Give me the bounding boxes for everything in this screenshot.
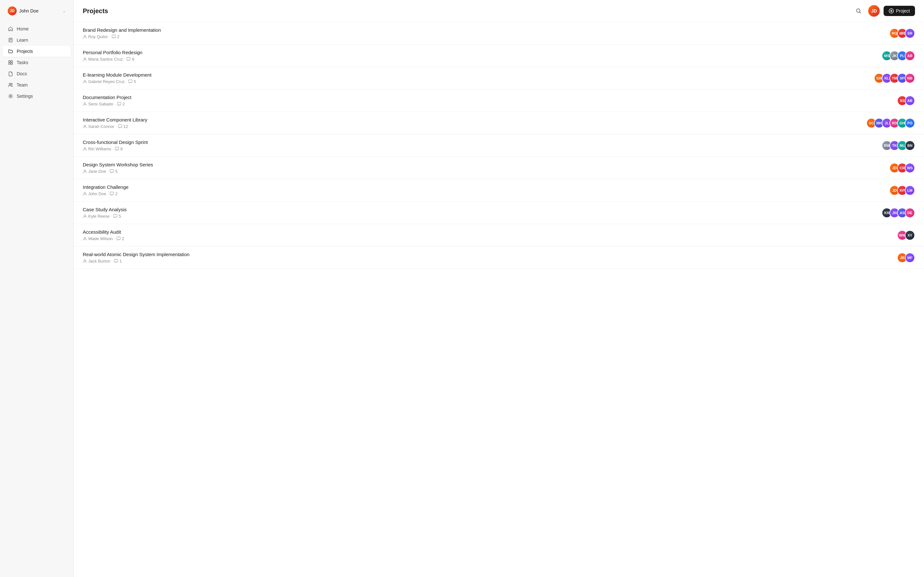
project-row[interactable]: Real-world Atomic Design System Implemen…: [74, 247, 924, 269]
comment-icon: [113, 214, 118, 218]
comment-icon: [115, 147, 119, 151]
svg-point-8: [9, 83, 11, 85]
user-avatar-header[interactable]: JD: [868, 5, 880, 17]
sidebar-item-team[interactable]: Team: [3, 79, 71, 90]
project-row[interactable]: Case Study Analysis Kyle Reese · 5: [74, 201, 924, 224]
svg-point-15: [84, 58, 86, 59]
projects-list: Brand Redesign and Implementation Roy Qu…: [74, 22, 924, 577]
separator: ·: [126, 79, 127, 84]
user-icon: [83, 124, 87, 129]
project-comments: 2: [123, 102, 125, 106]
svg-rect-26: [110, 169, 113, 172]
project-row[interactable]: Cross-functional Design Sprint Riri Will…: [74, 134, 924, 157]
project-row[interactable]: Design System Workshop Series Jane Doe ·…: [74, 157, 924, 179]
separator: ·: [124, 57, 126, 61]
project-info: Brand Redesign and Implementation Roy Qu…: [83, 27, 889, 39]
project-row[interactable]: Interactive Component Library Sarah Conn…: [74, 112, 924, 134]
project-name: E-learning Module Development: [83, 72, 874, 77]
project-owner: John Doe: [88, 191, 106, 196]
plus-icon: [889, 8, 894, 13]
avatar: DE: [905, 208, 915, 218]
project-meta: Gabriel Reyes Cruz · 5: [83, 79, 874, 84]
separator: ·: [109, 34, 110, 39]
project-meta: Sersi Sabado · 2: [83, 102, 897, 106]
separator: ·: [111, 259, 113, 263]
separator: ·: [115, 102, 116, 106]
user-selector[interactable]: JD John Doe ⌄: [3, 4, 71, 21]
project-avatars: WW XY: [897, 230, 915, 240]
sidebar-item-tasks[interactable]: Tasks: [3, 57, 71, 68]
project-row[interactable]: Brand Redesign and Implementation Roy Qu…: [74, 22, 924, 45]
project-info: Real-world Atomic Design System Implemen…: [83, 251, 897, 263]
separator: ·: [113, 147, 114, 151]
svg-rect-30: [113, 214, 117, 218]
sidebar-item-docs[interactable]: Docs: [3, 68, 71, 79]
project-row[interactable]: Accessibility Audit Wade Wilson · 2: [74, 224, 924, 247]
home-icon: [8, 26, 13, 32]
project-info: E-learning Module Development Gabriel Re…: [83, 72, 874, 84]
user-icon: [83, 102, 87, 106]
new-project-button[interactable]: Project: [884, 6, 915, 16]
avatar: AB: [905, 95, 915, 106]
svg-point-33: [84, 259, 86, 261]
project-row[interactable]: Documentation Project Sersi Sabado · 2: [74, 89, 924, 112]
new-project-label: Project: [896, 8, 910, 13]
search-button[interactable]: [853, 5, 864, 17]
separator: ·: [115, 124, 117, 129]
svg-rect-34: [114, 259, 118, 262]
project-avatars: MS JK PL AR: [882, 51, 915, 61]
svg-point-10: [10, 95, 11, 97]
project-meta: Wade Wilson · 2: [83, 236, 897, 241]
project-name: Design System Workshop Series: [83, 162, 889, 167]
avatar-stack: MS JK PL AR: [882, 51, 915, 61]
project-avatars: JD CR WS: [889, 163, 915, 173]
project-info: Integration Challenge John Doe · 2: [83, 184, 889, 196]
sidebar-item-learn[interactable]: Learn: [3, 35, 71, 45]
user-icon: [83, 259, 87, 263]
project-owner: Roy Quilor: [88, 34, 108, 39]
project-info: Cross-functional Design Sprint Riri Will…: [83, 139, 882, 151]
project-name: Brand Redesign and Implementation: [83, 27, 889, 33]
project-row[interactable]: Personal Portfolio Redesign Maria Santos…: [74, 45, 924, 67]
comment-icon: [110, 192, 114, 196]
svg-point-25: [84, 170, 86, 171]
user-icon: [83, 192, 87, 196]
user-name: John Doe: [19, 8, 60, 13]
book-icon: [8, 37, 13, 43]
project-name: Integration Challenge: [83, 184, 889, 190]
project-row[interactable]: Integration Challenge John Doe · 2: [74, 179, 924, 201]
user-icon: [83, 214, 87, 218]
sidebar-nav: Home Learn Projects: [0, 23, 73, 102]
project-avatars: KR JN AS DE: [882, 208, 915, 218]
project-comments: 5: [134, 79, 136, 84]
project-avatars: GR KL TM SP NB: [874, 73, 915, 83]
chevron-down-icon: ⌄: [63, 9, 66, 13]
project-comments: 5: [115, 169, 118, 174]
user-icon: [83, 79, 87, 84]
avatar: WS: [905, 163, 915, 173]
project-comments: 5: [119, 214, 121, 219]
user-icon: [83, 169, 87, 173]
project-avatars: JB MF: [897, 253, 915, 263]
project-comments: 12: [124, 124, 128, 129]
svg-point-9: [11, 83, 13, 85]
project-comments: 8: [120, 147, 123, 151]
project-row[interactable]: E-learning Module Development Gabriel Re…: [74, 67, 924, 89]
separator: ·: [107, 169, 109, 174]
avatar-stack: WW XY: [897, 230, 915, 240]
svg-rect-14: [112, 35, 115, 38]
svg-rect-16: [127, 57, 130, 60]
project-name: Accessibility Audit: [83, 229, 897, 235]
avatar-stack: JB MF: [897, 253, 915, 263]
comment-icon: [118, 124, 122, 129]
search-icon: [856, 8, 861, 14]
avatar-stack: RW TK ML BN: [882, 140, 915, 151]
page-title: Projects: [83, 7, 108, 15]
sidebar-item-settings[interactable]: Settings: [3, 91, 71, 102]
avatar-stack: SC MK JL RD GH PO: [866, 118, 915, 128]
svg-point-19: [84, 103, 86, 104]
project-avatars: JD KP LM: [889, 185, 915, 195]
sidebar-item-home[interactable]: Home: [3, 23, 71, 34]
sidebar-item-projects[interactable]: Projects: [3, 46, 71, 57]
svg-point-27: [84, 192, 86, 194]
